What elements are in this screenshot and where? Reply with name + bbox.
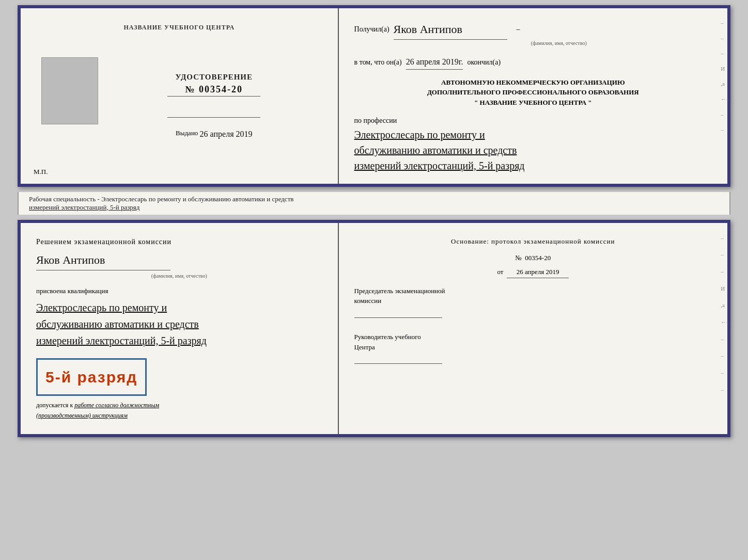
fio-caption-top: (фамилия, имя, отчество) (406, 39, 712, 47)
number-label: № (515, 254, 521, 262)
dopuskaetsya-label: допускается к (36, 402, 73, 409)
rabote-text: работе согласно должностным (74, 402, 159, 409)
right-side-marks-bottom: – – – И ,а ←- – – – – (721, 233, 728, 395)
bottom-recipient-name: Яков Антипов (36, 250, 170, 270)
certificate-top: НАЗВАНИЕ УЧЕБНОГО ЦЕНТРА УДОСТОВЕРЕНИЕ №… (18, 5, 730, 187)
ot-label: от (497, 268, 504, 276)
rukovoditel-title: Руководитель учебного Центра (354, 332, 712, 352)
po-professii-label: по профессии (354, 115, 712, 126)
org-quote-close: " (588, 99, 591, 106)
instruktsii-text: (производственным) инструкциям (36, 412, 128, 419)
vtom-block: в том, что он(а) 26 апреля 2019г. окончи… (354, 55, 712, 70)
mp-label: М.П. (34, 168, 48, 176)
number-value: 00354-20 (525, 254, 551, 262)
org-line1: АВТОНОМНУЮ НЕКОММЕРЧЕСКУЮ ОРГАНИЗАЦИЮ (354, 77, 712, 88)
razryad-container: 5-й разряд (36, 354, 322, 396)
vydano-line: Выдано 26 апреля 2019 (176, 128, 252, 137)
vtom-date: 26 апреля 2019г. (406, 55, 463, 70)
cert-top-right: Получил(а) Яков Антипов – (фамилия, имя,… (339, 8, 727, 184)
instruktsii-line: (производственным) инструкциям (36, 410, 322, 421)
vtom-label: в том, что он(а) (354, 57, 402, 68)
label-strip-text: Рабочая специальность - Электрослесарь п… (29, 195, 293, 203)
razryad-box: 5-й разряд (36, 358, 147, 396)
predsedatel-sig-line (354, 309, 442, 318)
profession-line1: Электрослесарь по ремонту и (354, 127, 712, 142)
profession-block: по профессии Электрослесарь по ремонту и… (354, 115, 712, 173)
cert-bottom-left: Решением экзаменационной комиссии Яков А… (21, 223, 339, 434)
certificate-bottom: Решением экзаменационной комиссии Яков А… (18, 220, 730, 437)
org-block: АВТОНОМНУЮ НЕКОММЕРЧЕСКУЮ ОРГАНИЗАЦИЮ ДО… (354, 77, 712, 108)
recipient-name: Яков Антипов (394, 20, 507, 40)
bottom-name-block: Яков Антипов (фамилия, имя, отчество) (36, 250, 322, 280)
rukovoditel-sig-line (354, 355, 442, 364)
cert-top-left: НАЗВАНИЕ УЧЕБНОГО ЦЕНТРА УДОСТОВЕРЕНИЕ №… (21, 8, 339, 184)
udostoverenie-title: УДОСТОВЕРЕНИЕ (176, 73, 253, 82)
rukovoditel-block: Руководитель учебного Центра (354, 332, 712, 367)
vydano-label: Выдано (176, 129, 198, 137)
org-line2: ДОПОЛНИТЕЛЬНОГО ПРОФЕССИОНАЛЬНОГО ОБРАЗО… (354, 87, 712, 98)
qual-line2: обслуживанию автоматики и средств (36, 316, 322, 332)
center-label-top: НАЗВАНИЕ УЧЕБНОГО ЦЕНТРА (123, 24, 235, 31)
razryad-text: 5-й разряд (45, 369, 137, 386)
qual-line3: измерений электростанций, 5-й разряд (36, 332, 322, 349)
org-quote-open: " (474, 99, 478, 106)
qual-line1: Электрослесарь по ремонту и (36, 299, 322, 316)
label-strip-text2: измерений электростанций, 5-й разряд (29, 203, 139, 211)
photo-placeholder (41, 57, 98, 124)
protocol-number-block: № 00354-20 (354, 252, 712, 264)
ot-block: от 26 апреля 2019 (354, 266, 712, 278)
dopuskaetsya-block: допускается к работе согласно должностны… (36, 400, 322, 410)
udostoverenie-number: № 00354-20 (167, 84, 260, 97)
org-name: НАЗВАНИЕ УЧЕБНОГО ЦЕНТРА (480, 99, 587, 106)
prisvoena-label: присвоена квалификация (36, 285, 322, 297)
profession-line3: измерений электростанций, 5-й разряд (354, 158, 712, 173)
right-side-marks-top: – – – И ,а ←- – – (721, 19, 728, 135)
okonchil-label: окончил(а) (467, 57, 501, 68)
resheniem-title: Решением экзаменационной комиссии (36, 236, 322, 248)
predsedatel-block: Председатель экзаменационной комиссии (354, 286, 712, 322)
predsedatel-title: Председатель экзаменационной комиссии (354, 286, 712, 306)
org-name-line: " НАЗВАНИЕ УЧЕБНОГО ЦЕНТРА " (354, 98, 712, 108)
label-strip: Рабочая специальность - Электрослесарь п… (18, 192, 730, 215)
qual-block: Электрослесарь по ремонту и обслуживанию… (36, 299, 322, 349)
poluchil-block: Получил(а) Яков Антипов – (354, 19, 712, 38)
osnovanie-text: Основание: протокол экзаменационной коми… (354, 236, 712, 247)
osnovanie-block: Основание: протокол экзаменационной коми… (354, 236, 712, 278)
vydano-date: 26 апреля 2019 (200, 130, 253, 138)
poluchil-label: Получил(а) (354, 24, 389, 35)
fio-caption-bottom: (фамилия, имя, отчество) (36, 271, 322, 280)
ot-date: 26 апреля 2019 (507, 266, 569, 278)
cert-bottom-right: Основание: протокол экзаменационной коми… (339, 223, 727, 434)
profession-line2: обслуживанию автоматики и средств (354, 142, 712, 158)
